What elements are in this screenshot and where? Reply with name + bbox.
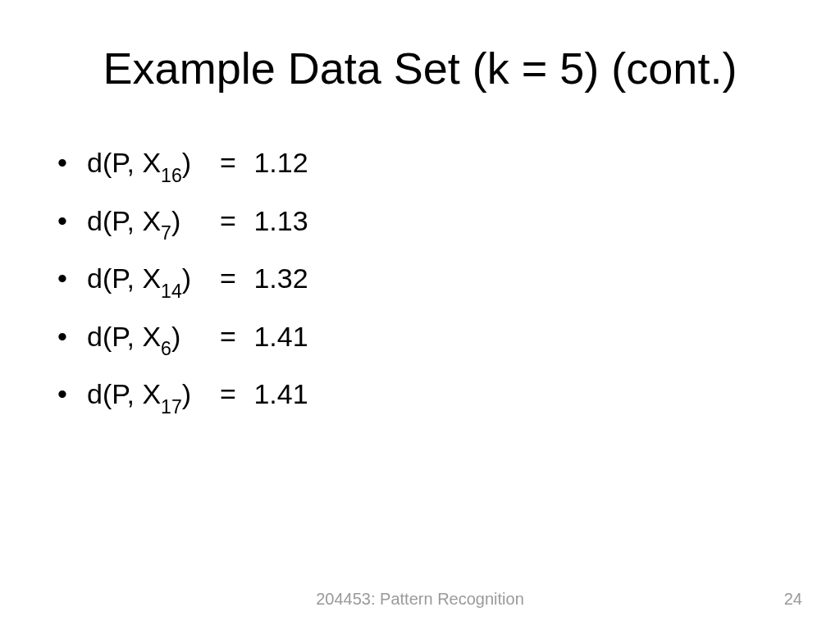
distance-expression: d(P, X17) bbox=[87, 377, 210, 416]
expr-prefix: d(P, X bbox=[87, 378, 161, 409]
expr-suffix: ) bbox=[171, 321, 180, 352]
distance-value: 1.32 bbox=[253, 262, 308, 294]
page-number: 24 bbox=[784, 590, 802, 609]
distance-value: 1.41 bbox=[253, 321, 308, 352]
expr-prefix: d(P, X bbox=[87, 205, 161, 236]
list-item: d(P, X14)= 1.32 bbox=[57, 262, 308, 300]
distance-list: d(P, X16)= 1.12 d(P, X7)= 1.13 d(P, X14)… bbox=[57, 146, 308, 416]
expr-suffix: ) bbox=[182, 378, 191, 409]
equals-sign: = bbox=[210, 262, 246, 295]
expr-suffix: ) bbox=[182, 147, 191, 178]
expr-suffix: ) bbox=[182, 262, 191, 294]
expr-subscript: 16 bbox=[161, 165, 182, 186]
equals-sign: = bbox=[210, 204, 246, 238]
list-item: d(P, X7)= 1.13 bbox=[57, 204, 308, 243]
slide-title: Example Data Set (k = 5) (cont.) bbox=[0, 43, 840, 94]
distance-expression: d(P, X6) bbox=[87, 320, 210, 358]
list-item: d(P, X6)= 1.41 bbox=[57, 320, 308, 358]
expr-subscript: 7 bbox=[161, 222, 171, 244]
equals-sign: = bbox=[210, 146, 246, 180]
distance-expression: d(P, X14) bbox=[87, 262, 210, 300]
distance-value: 1.13 bbox=[253, 205, 308, 236]
expr-subscript: 14 bbox=[161, 281, 182, 302]
expr-prefix: d(P, X bbox=[87, 147, 161, 178]
expr-subscript: 6 bbox=[161, 338, 171, 359]
distance-value: 1.41 bbox=[253, 378, 308, 409]
distance-expression: d(P, X16) bbox=[87, 146, 210, 185]
slide-body: d(P, X16)= 1.12 d(P, X7)= 1.13 d(P, X14)… bbox=[57, 146, 308, 436]
equals-sign: = bbox=[210, 320, 246, 354]
slide-footer: 204453: Pattern Recognition bbox=[0, 590, 840, 609]
expr-suffix: ) bbox=[171, 205, 180, 236]
slide: Example Data Set (k = 5) (cont.) d(P, X1… bbox=[0, 0, 840, 630]
expr-prefix: d(P, X bbox=[87, 262, 161, 294]
expr-prefix: d(P, X bbox=[87, 321, 161, 352]
list-item: d(P, X16)= 1.12 bbox=[57, 146, 308, 185]
list-item: d(P, X17)= 1.41 bbox=[57, 377, 308, 416]
distance-expression: d(P, X7) bbox=[87, 204, 210, 243]
equals-sign: = bbox=[210, 377, 246, 411]
expr-subscript: 17 bbox=[161, 396, 182, 418]
distance-value: 1.12 bbox=[253, 147, 308, 178]
